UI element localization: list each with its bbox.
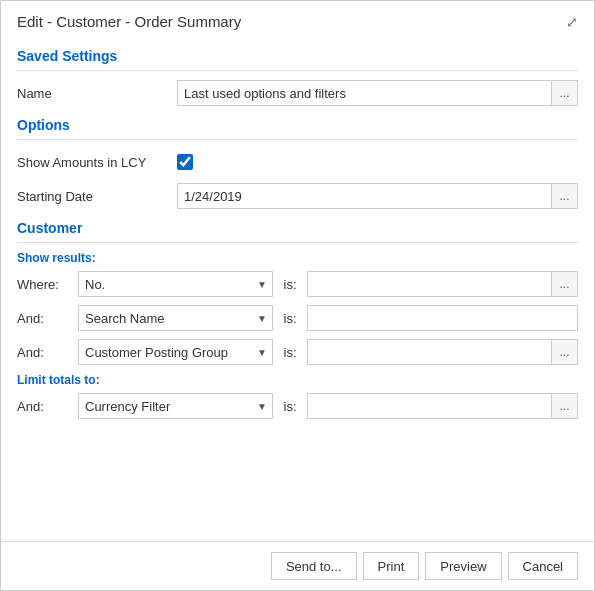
limit-totals-label: Limit totals to: — [17, 373, 578, 387]
and2-label: And: — [17, 345, 72, 360]
show-results-label: Show results: — [17, 251, 578, 265]
options-divider — [17, 139, 578, 140]
cancel-button[interactable]: Cancel — [508, 552, 578, 580]
show-amounts-row: Show Amounts in LCY — [17, 148, 578, 176]
dialog-title: Edit - Customer - Order Summary — [17, 13, 241, 30]
name-label: Name — [17, 86, 177, 101]
and3-value-input[interactable] — [307, 393, 552, 419]
and2-input-wrap: ... — [307, 339, 578, 365]
and2-row: And: Customer Posting Group No. Name ▼ i… — [17, 339, 578, 365]
dialog-header: Edit - Customer - Order Summary ⤢ — [1, 1, 594, 38]
dialog: Edit - Customer - Order Summary ⤢ Saved … — [0, 0, 595, 591]
and1-is-label: is: — [279, 311, 301, 326]
where-label: Where: — [17, 277, 72, 292]
and1-select[interactable]: Search Name No. Name — [78, 305, 273, 331]
starting-date-control: ... — [177, 183, 578, 209]
and2-is-label: is: — [279, 345, 301, 360]
where-dots-button[interactable]: ... — [552, 271, 578, 297]
name-row: Name ... — [17, 79, 578, 107]
and2-dots-button[interactable]: ... — [552, 339, 578, 365]
and1-select-wrap: Search Name No. Name ▼ — [78, 305, 273, 331]
customer-title: Customer — [17, 220, 578, 236]
preview-button[interactable]: Preview — [425, 552, 501, 580]
starting-date-row: Starting Date ... — [17, 182, 578, 210]
expand-icon[interactable]: ⤢ — [566, 14, 578, 30]
show-amounts-control — [177, 154, 578, 170]
where-row: Where: No. Name Search Name ▼ is: ... — [17, 271, 578, 297]
name-control: ... — [177, 80, 578, 106]
and2-value-input[interactable] — [307, 339, 552, 365]
where-select-wrap: No. Name Search Name ▼ — [78, 271, 273, 297]
customer-divider — [17, 242, 578, 243]
where-is-label: is: — [279, 277, 301, 292]
and3-label: And: — [17, 399, 72, 414]
and1-input-wrap — [307, 305, 578, 331]
where-input-wrap: ... — [307, 271, 578, 297]
send-to-button[interactable]: Send to... — [271, 552, 357, 580]
and3-select-wrap: Currency Filter No. Name ▼ — [78, 393, 273, 419]
limit-section: Limit totals to: And: Currency Filter No… — [17, 373, 578, 419]
saved-settings-title: Saved Settings — [17, 48, 578, 64]
saved-settings-divider — [17, 70, 578, 71]
where-select[interactable]: No. Name Search Name — [78, 271, 273, 297]
and1-label: And: — [17, 311, 72, 326]
and2-select-wrap: Customer Posting Group No. Name ▼ — [78, 339, 273, 365]
dialog-footer: Send to... Print Preview Cancel — [1, 541, 594, 590]
show-amounts-checkbox[interactable] — [177, 154, 193, 170]
options-title: Options — [17, 117, 578, 133]
and3-is-label: is: — [279, 399, 301, 414]
and1-value-input[interactable] — [307, 305, 578, 331]
starting-date-dots-button[interactable]: ... — [552, 183, 578, 209]
and2-select[interactable]: Customer Posting Group No. Name — [78, 339, 273, 365]
show-amounts-label: Show Amounts in LCY — [17, 155, 177, 170]
name-dots-button[interactable]: ... — [552, 80, 578, 106]
starting-date-input[interactable] — [177, 183, 552, 209]
print-button[interactable]: Print — [363, 552, 420, 580]
and3-row: And: Currency Filter No. Name ▼ is: ... — [17, 393, 578, 419]
name-input[interactable] — [177, 80, 552, 106]
and3-input-wrap: ... — [307, 393, 578, 419]
and3-dots-button[interactable]: ... — [552, 393, 578, 419]
dialog-body: Saved Settings Name ... Options Show Amo… — [1, 38, 594, 541]
and1-row: And: Search Name No. Name ▼ is: — [17, 305, 578, 331]
and3-select[interactable]: Currency Filter No. Name — [78, 393, 273, 419]
where-value-input[interactable] — [307, 271, 552, 297]
starting-date-label: Starting Date — [17, 189, 177, 204]
